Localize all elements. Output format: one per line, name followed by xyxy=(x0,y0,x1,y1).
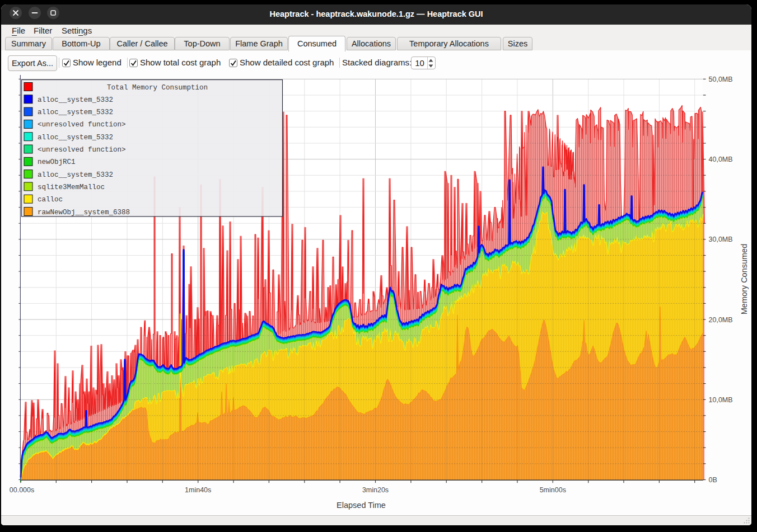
svg-text:rawNewObj__system_6388: rawNewObj__system_6388 xyxy=(38,209,130,216)
svg-text:calloc: calloc xyxy=(38,196,63,204)
svg-text:<unresolved function>: <unresolved function> xyxy=(38,121,126,129)
svg-text:10,0MB: 10,0MB xyxy=(709,396,733,404)
svg-text:Memory Consumed: Memory Consumed xyxy=(740,244,749,315)
svg-text:20,0MB: 20,0MB xyxy=(709,316,733,324)
svg-text:3min20s: 3min20s xyxy=(362,486,389,494)
svg-text:Total Memory Consumption: Total Memory Consumption xyxy=(107,84,208,92)
svg-text:50,0MB: 50,0MB xyxy=(709,76,733,83)
svg-text:1min40s: 1min40s xyxy=(185,486,211,494)
svg-text:30,0MB: 30,0MB xyxy=(709,236,733,243)
svg-text:alloc__system_5332: alloc__system_5332 xyxy=(38,96,113,104)
svg-text:00.000s: 00.000s xyxy=(10,486,34,494)
svg-text:0B: 0B xyxy=(709,476,717,484)
svg-text:alloc__system_5332: alloc__system_5332 xyxy=(38,171,113,179)
svg-text:sqlite3MemMalloc: sqlite3MemMalloc xyxy=(38,183,105,191)
svg-text:40,0MB: 40,0MB xyxy=(709,156,733,163)
svg-text:newObjRC1: newObjRC1 xyxy=(38,158,76,166)
svg-text:alloc__system_5332: alloc__system_5332 xyxy=(38,109,113,116)
svg-text:alloc__system_5332: alloc__system_5332 xyxy=(38,134,113,142)
svg-text:<unresolved function>: <unresolved function> xyxy=(38,146,126,154)
svg-text:5min00s: 5min00s xyxy=(540,486,566,494)
svg-text:Elapsed Time: Elapsed Time xyxy=(337,501,386,510)
